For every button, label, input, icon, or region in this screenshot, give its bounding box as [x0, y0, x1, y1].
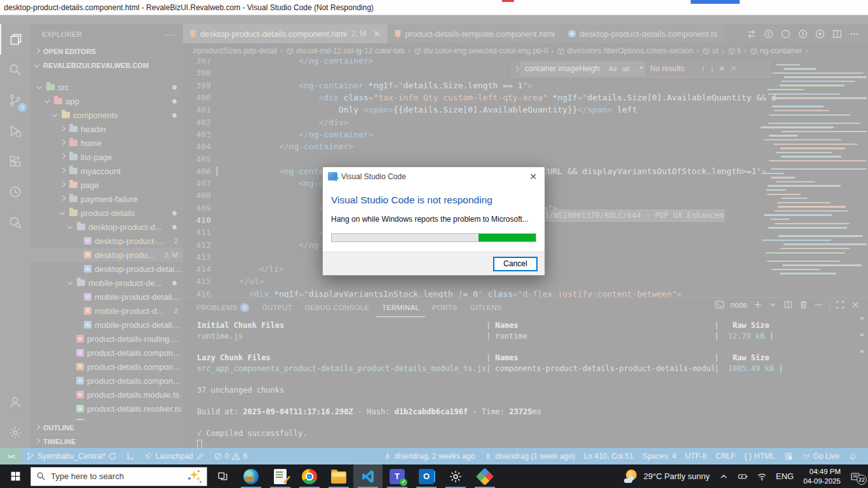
status-indentation[interactable]: Spaces: 4	[638, 448, 681, 464]
activity-gitlens[interactable]	[0, 207, 31, 238]
more-actions-icon[interactable]	[849, 29, 860, 39]
panel-tab-output[interactable]: OUTPUT	[256, 298, 298, 317]
tree-folder-list-page[interactable]: list-page	[31, 150, 183, 164]
editor-tab[interactable]: product-details-template.component.html	[388, 24, 562, 43]
status-launchpad[interactable]: Launchpad	[139, 448, 208, 464]
tree-folder-home[interactable]: home	[31, 136, 183, 150]
tree-file-product-details-routing[interactable]: aproduct-details-routing....	[31, 332, 183, 346]
activity-history[interactable]	[0, 177, 31, 207]
status-go-live[interactable]: Go Live	[797, 448, 844, 464]
status-eol-sequence[interactable]: CRLF	[711, 448, 740, 464]
code-line[interactable]: 405	[183, 152, 757, 165]
tree-folder-payment-failure[interactable]: payment-failure	[31, 192, 183, 206]
open-editors-section[interactable]: OPEN EDITORS	[31, 44, 183, 58]
activity-run-and-debug[interactable]	[0, 116, 31, 146]
status-extension-grid[interactable]	[780, 448, 797, 464]
tree-folder-components[interactable]: components	[31, 108, 183, 122]
sidebar-more-actions-icon[interactable]: ···	[165, 29, 175, 39]
tree-folder-app[interactable]: app	[31, 94, 183, 108]
outline-section[interactable]: OUTLINE	[31, 420, 183, 434]
breadcrumb-item[interactable]: div.color-img.selected-color-img.pb-0	[414, 46, 548, 55]
tree-folder-desktop-product-d[interactable]: desktop-product-d...	[31, 220, 183, 234]
network-icon[interactable]	[752, 464, 771, 488]
status-encoding[interactable]: UTF-8	[681, 448, 711, 464]
terminal-more-icon[interactable]	[814, 300, 824, 309]
project-root-section[interactable]: REVALEBIZUI.REVALWEB.COM	[31, 58, 183, 72]
tree-folder-header[interactable]: header	[31, 122, 183, 136]
battery-icon[interactable]	[733, 464, 752, 488]
activity-search[interactable]	[0, 55, 31, 85]
breadcrumb-item[interactable]: #productSizes.pdp-detail	[193, 46, 277, 55]
dialog-titlebar[interactable]: Visual Studio Code ✕	[323, 167, 545, 186]
terminal-dropdown-icon[interactable]	[768, 300, 778, 309]
code-line[interactable]: 416 <div *ngIf="displayVariantsInStock.l…	[183, 288, 757, 297]
tree-file-product-detailsresolverts[interactable]: aproduct-details.resolver.ts	[31, 402, 183, 416]
tree-file-product-detailscompon[interactable]: aproduct-details.compon...	[31, 374, 183, 388]
editor-tab[interactable]: desktop-product-details.component.html2,…	[183, 24, 388, 43]
status-cursor-position[interactable]: Ln 410, Col 51	[580, 448, 638, 464]
taskbar-app-teams[interactable]: T	[383, 464, 412, 488]
tree-file-desktop-product-[interactable]: #desktop-product-...2	[31, 234, 183, 248]
tree-folder-page[interactable]: page	[31, 178, 183, 192]
tree-file-product-detailscompon[interactable]: #product-details.compon...	[31, 346, 183, 360]
new-terminal-icon[interactable]	[753, 300, 763, 309]
tree-file-desktop-product-detail[interactable]: adesktop-product-detail...	[31, 262, 183, 276]
panel-tab-ports[interactable]: PORTS	[426, 298, 463, 317]
find-toggle-[interactable]: .*	[634, 65, 644, 72]
code-line[interactable]: 400 <div class="tax-info Qty custom-left…	[183, 92, 757, 104]
code-line[interactable]: 403 </ng-container>	[183, 128, 757, 140]
navigate-dot-icon[interactable]	[780, 29, 791, 39]
terminal-shell-label[interactable]: node	[730, 301, 747, 309]
terminal-output[interactable]: Initial Chunk Files|Names| Raw Sizerunti…	[197, 320, 855, 448]
window-titlebar[interactable]: desktop-product-details.component.html -…	[0, 0, 868, 15]
task-view-button[interactable]	[208, 464, 236, 488]
navigate-back-icon[interactable]	[763, 29, 774, 39]
find-in-selection-icon[interactable]: ≡	[719, 64, 724, 73]
find-next-icon[interactable]: ↓	[710, 64, 715, 73]
code-line[interactable]: 401 Only <span>{{details.Size[0].Availab…	[183, 104, 757, 116]
timeline-section[interactable]: TIMELINE	[31, 434, 183, 448]
breadcrumb-item[interactable]: ng-container	[750, 46, 803, 55]
code-line[interactable]: 402 </div>	[183, 116, 757, 128]
tree-file-product-detailscompon[interactable]: 5product-details.compon...	[31, 360, 183, 374]
editor-tab[interactable]: adesktop-product-details.component.ts	[562, 24, 724, 43]
run-file-icon[interactable]	[815, 29, 825, 39]
tree-file-mobile-product-details[interactable]: #mobile-product-details....	[31, 290, 183, 304]
status-git-branch[interactable]: Syambabu_Central*	[22, 448, 121, 464]
tree-file-mobile-product-d[interactable]: 5mobile-product-d...2	[31, 304, 183, 318]
maximize-panel-icon[interactable]	[836, 300, 845, 309]
close-panel-icon[interactable]	[851, 300, 860, 309]
split-terminal-icon[interactable]	[783, 300, 793, 309]
taskbar-search-box[interactable]: Type here to search	[31, 467, 207, 486]
breadcrumb-item[interactable]: div.col-md-12.col-lg-12.color-tab	[286, 46, 405, 55]
activity-source-control[interactable]: 3	[0, 85, 31, 116]
status-notifications-bell[interactable]	[844, 448, 862, 464]
breadcrumb-item[interactable]: li	[728, 46, 741, 55]
find-toggle-replace-icon[interactable]	[512, 60, 520, 77]
status-problems-summary[interactable]: 06	[209, 448, 252, 464]
status-language-mode[interactable]: { }HTML	[740, 448, 780, 464]
find-toggle-ab[interactable]: ab	[621, 65, 632, 72]
start-button[interactable]	[0, 464, 31, 488]
activity-extensions[interactable]	[0, 146, 31, 177]
activity-accounts[interactable]	[0, 387, 31, 417]
activity-manage[interactable]	[0, 417, 31, 448]
find-close-icon[interactable]	[729, 64, 738, 72]
tree-folder-product-details[interactable]: product-details	[31, 206, 183, 220]
tree-folder-src[interactable]: src	[31, 80, 183, 94]
panel-tab-gitlens[interactable]: GITLENS	[465, 298, 508, 317]
status-remote-indicator[interactable]: ><	[0, 448, 22, 464]
tree-file-product-detailsmodulets[interactable]: aproduct-details.module.ts	[31, 388, 183, 402]
minimap[interactable]	[760, 58, 867, 297]
taskbar-app-explorer[interactable]	[324, 464, 353, 488]
notification-center[interactable]: 22	[846, 464, 868, 488]
code-line[interactable]: 399 <ng-container *ngIf="details.Size.le…	[183, 79, 757, 92]
compare-changes-icon[interactable]	[746, 29, 757, 39]
weather-widget[interactable]: 29°C Partly sunny	[620, 464, 714, 488]
activity-explorer[interactable]	[0, 24, 31, 55]
code-line[interactable]: 404 </ng-container>	[183, 140, 757, 152]
tree-file-mobile-product-details[interactable]: amobile-product-details....	[31, 318, 183, 332]
tree-file-desktop-produ[interactable]: 5desktop-produ...2, M	[31, 248, 183, 262]
tab-close-icon[interactable]	[372, 29, 381, 38]
find-input[interactable]: container imageHeight px Aaab.*	[520, 62, 645, 76]
